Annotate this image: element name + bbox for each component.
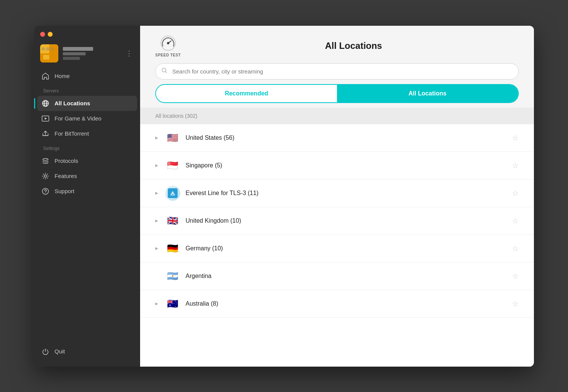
sidebar-item-protocols[interactable]: Protocols [37, 153, 137, 169]
search-container [140, 63, 534, 84]
svg-point-19 [167, 42, 169, 44]
tab-wrapper: Recommended All Locations [155, 84, 519, 103]
avatar [40, 44, 58, 62]
sidebar-item-support[interactable]: Support [37, 184, 137, 199]
sidebar-item-all-locations[interactable]: All Locations [37, 96, 137, 111]
svg-point-15 [42, 188, 48, 194]
sidebar-item-protocols-label: Protocols [55, 158, 78, 164]
sidebar-item-all-locations-label: All Locations [55, 100, 90, 106]
flag-ar: 🇦🇷 [165, 269, 180, 284]
location-name: Everest Line for TLS-3 (11) [186, 190, 507, 197]
sidebar-item-home[interactable]: Home [37, 69, 137, 84]
favorite-star-icon[interactable]: ☆ [512, 189, 519, 198]
locations-count: All locations (302) [140, 108, 534, 124]
expand-arrow-icon: ▶ [155, 301, 160, 306]
quit-label: Quit [55, 348, 65, 355]
sidebar-bottom: Quit [34, 339, 140, 367]
main-header: SPEED TEST All Locations [140, 26, 534, 63]
expand-arrow-icon: ▶ [155, 246, 160, 250]
search-input[interactable] [155, 63, 519, 80]
flag-gb: 🇬🇧 [165, 213, 180, 228]
close-button[interactable] [40, 32, 45, 37]
upload-icon [42, 130, 49, 137]
speed-test-gauge-icon [160, 35, 176, 52]
svg-rect-3 [42, 47, 45, 50]
sidebar-item-features[interactable]: Features [37, 169, 137, 184]
search-icon [161, 67, 167, 75]
favorite-star-icon[interactable]: ☆ [512, 272, 519, 281]
tab-recommended[interactable]: Recommended [156, 85, 337, 102]
location-name: Australia (8) [186, 300, 507, 307]
main-content: SPEED TEST All Locations Recommended All… [140, 26, 534, 367]
flag-au: 🇦🇺 [165, 296, 180, 311]
location-name: Germany (10) [186, 245, 507, 252]
list-item[interactable]: ▶ 🇩🇪 Germany (10) ☆ [140, 235, 534, 262]
favorite-star-icon[interactable]: ☆ [512, 133, 519, 142]
list-item[interactable]: ▶ 🇦🇷 Argentina ☆ [140, 262, 534, 290]
list-item[interactable]: ▶ 🇬🇧 United Kingdom (10) ☆ [140, 207, 534, 235]
favorite-star-icon[interactable]: ☆ [512, 161, 519, 170]
location-name: United States (56) [186, 134, 507, 141]
flag-everest [165, 186, 180, 201]
list-item[interactable]: ▶ 🇦🇺 Australia (8) ☆ [140, 290, 534, 318]
traffic-lights [40, 32, 53, 37]
layers-icon [42, 157, 49, 165]
sidebar-item-game-video[interactable]: For Game & Video [37, 111, 137, 126]
sidebar-item-game-video-label: For Game & Video [55, 115, 101, 122]
settings-section-label: Settings [37, 141, 137, 153]
active-indicator [34, 98, 35, 109]
sidebar-item-support-label: Support [55, 188, 75, 194]
svg-line-21 [165, 72, 167, 73]
user-subscription [63, 52, 86, 55]
flag-sg: 🇸🇬 [165, 158, 180, 173]
sidebar-item-home-label: Home [55, 73, 70, 79]
flag-de: 🇩🇪 [165, 241, 180, 256]
sidebar: ⋮ Home Servers [34, 26, 140, 367]
power-icon [42, 348, 49, 355]
flag-us: 🇺🇸 [165, 130, 180, 145]
globe-icon [42, 100, 49, 107]
user-section: ⋮ [34, 41, 140, 69]
svg-rect-4 [46, 47, 49, 50]
expand-arrow-icon: ▶ [155, 219, 160, 223]
search-wrap [155, 63, 519, 80]
more-menu-button[interactable]: ⋮ [124, 48, 134, 59]
svg-rect-2 [43, 55, 49, 59]
expand-arrow-icon: ▶ [155, 136, 160, 140]
favorite-star-icon[interactable]: ☆ [512, 299, 519, 308]
expand-arrow-icon: ▶ [155, 191, 160, 195]
svg-rect-5 [51, 47, 54, 50]
user-name [63, 47, 93, 51]
everest-icon [168, 188, 178, 198]
list-item[interactable]: ▶ 🇺🇸 United States (56) ☆ [140, 124, 534, 152]
list-item[interactable]: ▶ 🇸🇬 Singapore (5) ☆ [140, 152, 534, 180]
list-item[interactable]: ▶ Everest Line for TLS-3 (11) ☆ [140, 180, 534, 207]
locations-list: ▶ 🇺🇸 United States (56) ☆ ▶ 🇸🇬 Singapore… [140, 124, 534, 367]
minimize-button[interactable] [48, 32, 53, 37]
quit-button[interactable]: Quit [37, 344, 137, 359]
svg-point-13 [43, 158, 48, 160]
help-icon [42, 187, 49, 195]
speed-test-button[interactable]: SPEED TEST [155, 35, 181, 57]
tabs-container: Recommended All Locations [140, 84, 534, 103]
svg-point-14 [44, 175, 47, 177]
sidebar-nav: Home Servers All Locations [34, 69, 140, 339]
sidebar-item-features-label: Features [55, 173, 77, 179]
speed-test-label: SPEED TEST [155, 53, 181, 57]
page-title: All Locations [188, 41, 519, 51]
titlebar [34, 26, 140, 41]
sidebar-item-bittorrent[interactable]: For BitTorrent [37, 126, 137, 141]
user-info [63, 47, 120, 60]
svg-point-16 [45, 192, 45, 193]
expand-arrow-icon: ▶ [155, 163, 160, 167]
avatar-image [40, 44, 58, 62]
location-name: Argentina [186, 273, 507, 280]
location-name: Singapore (5) [186, 162, 507, 169]
play-icon [42, 115, 49, 122]
location-name: United Kingdom (10) [186, 217, 507, 224]
tab-all-locations[interactable]: All Locations [337, 85, 518, 102]
favorite-star-icon[interactable]: ☆ [512, 244, 519, 253]
favorite-star-icon[interactable]: ☆ [512, 216, 519, 225]
app-window: ⋮ Home Servers [34, 26, 534, 367]
sidebar-item-bittorrent-label: For BitTorrent [55, 130, 89, 137]
